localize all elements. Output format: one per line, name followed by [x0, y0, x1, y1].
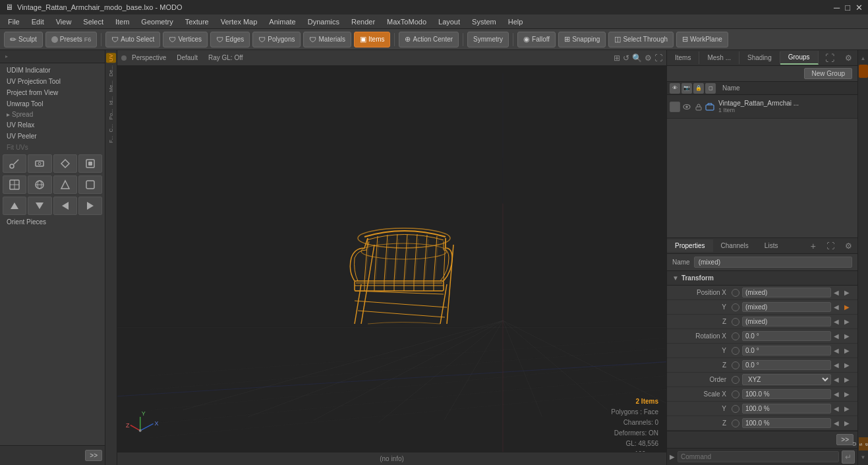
menu-item[interactable]: Item — [110, 16, 134, 27]
position-x-value[interactable]: (mixed) — [742, 288, 831, 297]
menu-layout[interactable]: Layout — [433, 16, 465, 27]
rotation-x-radio[interactable] — [732, 332, 739, 340]
polygons-button[interactable]: 🛡 Polygons — [252, 32, 301, 47]
scale-z-radio[interactable] — [732, 419, 739, 427]
menu-maxtomodo[interactable]: MaxToModo — [382, 16, 432, 27]
tool-grid-btn-2[interactable] — [28, 154, 51, 173]
zoom-icon[interactable]: 🔍 — [632, 53, 642, 63]
row-eye-icon[interactable] — [681, 102, 692, 112]
menu-edit[interactable]: Edit — [26, 16, 49, 27]
tab-groups[interactable]: Groups — [780, 51, 819, 65]
menu-system[interactable]: System — [467, 16, 502, 27]
position-y-radio[interactable] — [732, 303, 739, 311]
menu-animate[interactable]: Animate — [264, 16, 301, 27]
select-through-button[interactable]: ◫ Select Through — [608, 32, 674, 47]
scale-x-radio[interactable] — [732, 390, 739, 398]
tab-properties[interactable]: Properties — [667, 239, 713, 252]
menu-render[interactable]: Render — [346, 16, 380, 27]
menu-select[interactable]: Select — [78, 16, 109, 27]
add-tab-button[interactable]: + — [805, 238, 821, 254]
position-x-radio[interactable] — [732, 289, 739, 297]
menu-help[interactable]: Help — [503, 16, 529, 27]
presets-button[interactable]: Presets F6 — [45, 32, 97, 47]
menu-geometry[interactable]: Geometry — [136, 16, 178, 27]
tool-uv-projection[interactable]: UV Projection Tool — [1, 76, 103, 87]
scale-y-radio[interactable] — [732, 405, 739, 413]
group-row-item[interactable]: Vintage_Rattan_Armchai ... 1 Item — [667, 95, 857, 119]
falloff-button[interactable]: ◉ Falloff — [517, 32, 556, 47]
strip-scroll-up[interactable]: ▲ — [859, 51, 868, 65]
scale-y-left-arrow[interactable]: ◀ — [831, 404, 842, 414]
row-check-1[interactable] — [670, 102, 680, 112]
expand-right-icon[interactable]: ⛶ — [820, 50, 840, 66]
items-button[interactable]: ▣ Items — [354, 32, 390, 47]
scale-y-right-arrow[interactable]: ▶ — [842, 404, 852, 414]
rotation-x-right-arrow[interactable]: ▶ — [842, 331, 852, 342]
tool-fit-uvs[interactable]: Fit UVs — [1, 142, 103, 153]
position-z-right-arrow[interactable]: ▶ — [842, 317, 852, 327]
edges-button[interactable]: 🛡 Edges — [210, 32, 250, 47]
order-left-arrow[interactable]: ◀ — [831, 375, 842, 385]
snapping-button[interactable]: ⊞ Snapping — [558, 32, 606, 47]
position-y-left-arrow[interactable]: ◀ — [831, 302, 842, 313]
rotation-z-left-arrow[interactable]: ◀ — [831, 360, 842, 371]
position-y-value[interactable]: (mixed) — [742, 302, 831, 312]
symmetry-button[interactable]: Symmetry — [467, 32, 509, 47]
workplane-button[interactable]: ⊟ WorkPlane — [676, 32, 728, 47]
tab-items[interactable]: Items — [667, 51, 699, 64]
command-input[interactable] — [678, 451, 839, 462]
scale-z-value[interactable]: 100.0 % — [742, 418, 831, 428]
action-center-button[interactable]: ⊕ Action Center — [399, 32, 459, 47]
rotate-icon[interactable]: ↺ — [623, 53, 629, 63]
scale-y-value[interactable]: 100.0 % — [742, 404, 831, 414]
order-radio[interactable] — [732, 376, 739, 384]
tool-grid-btn-6[interactable] — [28, 175, 51, 194]
rotation-x-left-arrow[interactable]: ◀ — [831, 331, 842, 342]
position-x-left-arrow[interactable]: ◀ — [831, 288, 842, 298]
rotation-y-left-arrow[interactable]: ◀ — [831, 346, 842, 356]
tab-mesh[interactable]: Mesh ... — [699, 51, 739, 64]
expand-panel-button[interactable]: >> — [85, 450, 102, 461]
auto-select-button[interactable]: 🛡 Auto Select — [105, 32, 160, 47]
tool-unwrap[interactable]: Unwrap Tool — [1, 98, 103, 109]
position-z-radio[interactable] — [732, 318, 739, 326]
close-button[interactable]: ✕ — [855, 3, 863, 13]
maximize-viewport-icon[interactable]: ⛶ — [654, 53, 662, 63]
position-z-left-arrow[interactable]: ◀ — [831, 317, 842, 327]
tool-grid-btn-up[interactable] — [3, 197, 26, 215]
rotation-y-radio[interactable] — [732, 347, 739, 355]
tool-grid-btn-down[interactable] — [28, 197, 51, 215]
menu-texture[interactable]: Texture — [180, 16, 214, 27]
sculpt-button[interactable]: ✏ Sculpt — [4, 32, 43, 47]
rotation-z-radio[interactable] — [732, 361, 739, 369]
menu-dynamics[interactable]: Dynamics — [303, 16, 345, 27]
strip-scroll-down[interactable]: ▼ — [859, 450, 868, 464]
tab-lists[interactable]: Lists — [757, 239, 786, 252]
tab-shading[interactable]: Shading — [739, 51, 780, 64]
scale-x-value[interactable]: 100.0 % — [742, 389, 831, 399]
order-right-arrow[interactable]: ▶ — [842, 375, 852, 385]
titlebar-controls[interactable]: ─ □ ✕ — [834, 3, 863, 13]
tool-grid-btn-3[interactable] — [53, 154, 77, 173]
new-group-button[interactable]: New Group — [804, 68, 852, 79]
tool-uv-relax[interactable]: UV Relax — [1, 119, 103, 131]
scale-z-left-arrow[interactable]: ◀ — [831, 418, 842, 429]
expand-props-icon[interactable]: ⛶ — [821, 239, 840, 253]
scale-x-left-arrow[interactable]: ◀ — [831, 389, 842, 400]
tool-uv-peeler[interactable]: UV Peeler — [1, 131, 103, 142]
position-x-right-arrow[interactable]: ▶ — [842, 288, 852, 298]
tool-udim-indicator[interactable]: UDIM Indicator — [1, 65, 103, 76]
scale-x-right-arrow[interactable]: ▶ — [842, 389, 852, 400]
row-lock-icon[interactable] — [693, 102, 704, 112]
settings-right-icon[interactable]: ⚙ — [840, 51, 857, 65]
maximize-button[interactable]: □ — [845, 3, 850, 13]
rotation-y-right-arrow[interactable]: ▶ — [842, 346, 852, 356]
menu-file[interactable]: File — [3, 16, 25, 27]
tool-orient-pieces[interactable]: Orient Pieces — [1, 216, 103, 228]
tool-grid-btn-8[interactable] — [78, 175, 102, 194]
camera-icon[interactable]: ⊞ — [614, 53, 620, 63]
props-settings-icon[interactable]: ⚙ — [840, 239, 857, 253]
position-y-right-arrow[interactable]: ▶ — [842, 302, 852, 313]
tool-grid-btn-1[interactable] — [3, 154, 26, 173]
scale-z-right-arrow[interactable]: ▶ — [842, 418, 852, 429]
